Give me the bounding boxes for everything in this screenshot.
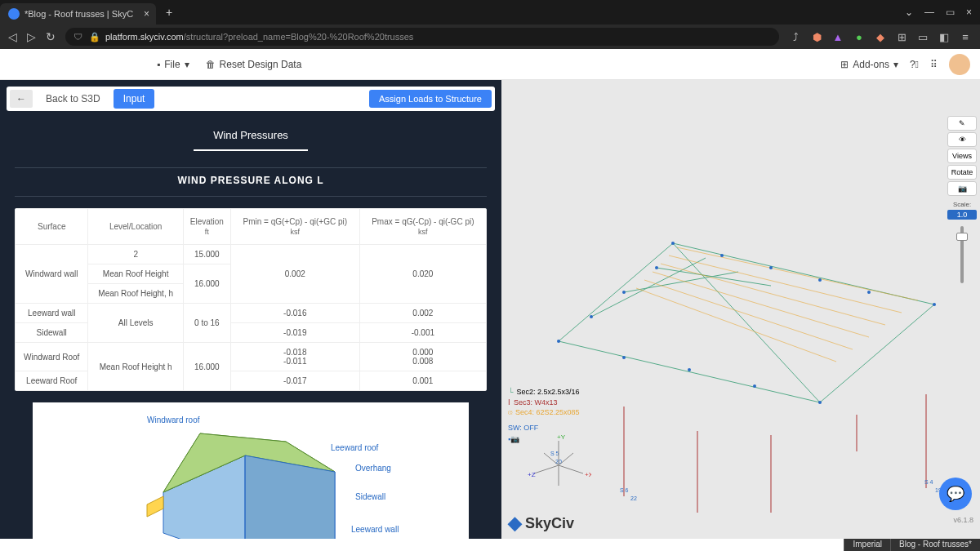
back-to-s3d-link[interactable]: Back to S3D	[39, 90, 107, 108]
maximize-icon[interactable]: ▭	[946, 7, 955, 18]
svg-point-32	[818, 278, 822, 282]
pencil-icon[interactable]: ✎	[947, 116, 977, 131]
svg-line-11	[591, 258, 706, 317]
close-window-icon[interactable]: ×	[966, 7, 972, 18]
ext-icon-3[interactable]: ●	[853, 31, 866, 43]
axis-gizmo[interactable]: +X +Y +Z	[526, 433, 591, 498]
table-row: Leeward wall All Levels 0 to 16 -0.016 0…	[16, 304, 487, 323]
svg-text:+X: +X	[585, 471, 591, 478]
back-icon[interactable]: ◁	[8, 30, 17, 43]
svg-line-16	[661, 264, 885, 325]
svg-line-52	[559, 453, 573, 465]
svg-line-9	[820, 304, 934, 402]
reload-icon[interactable]: ↻	[46, 30, 56, 43]
svg-line-19	[636, 288, 836, 362]
forward-icon[interactable]: ▷	[27, 30, 36, 43]
avatar[interactable]	[949, 54, 970, 75]
url-input[interactable]: 🛡 🔒 platform.skyciv.com/structural?prelo…	[65, 28, 779, 46]
svg-point-28	[655, 266, 658, 269]
svg-line-10	[673, 243, 820, 402]
rotate-button[interactable]: Rotate	[947, 165, 977, 180]
chevron-down-icon[interactable]: ⌄	[905, 7, 913, 18]
back-button[interactable]: ←	[10, 90, 33, 108]
svg-point-25	[557, 340, 560, 343]
svg-line-53	[544, 453, 559, 465]
units-indicator[interactable]: Imperial	[844, 539, 890, 551]
panel-tab-title: Wind Pressures	[0, 118, 501, 149]
eye-icon[interactable]: 👁	[947, 132, 977, 147]
svg-line-50	[534, 465, 559, 473]
camera-icon[interactable]: 📷	[947, 181, 977, 196]
table-row: Windward Roof Mean Roof Height h 16.000 …	[16, 343, 487, 371]
favicon	[8, 8, 20, 20]
browser-tab-bar: *Blog - Roof trusses | SkyC × + ⌄ — ▭ ×	[0, 0, 980, 24]
shield-icon: 🛡	[74, 32, 82, 42]
file-name[interactable]: Blog - Roof trusses*	[890, 539, 980, 551]
skyciv-logo: ◆SkyCiv	[508, 513, 574, 534]
share-icon[interactable]: ⤴	[789, 31, 802, 43]
svg-point-30	[720, 254, 724, 257]
svg-marker-5	[147, 496, 163, 517]
input-button[interactable]: Input	[114, 89, 155, 109]
svg-line-18	[644, 280, 853, 349]
close-icon[interactable]: ×	[144, 8, 149, 20]
svg-point-26	[590, 315, 593, 318]
svg-point-31	[769, 266, 773, 269]
tab-title: *Blog - Roof trusses | SkyC	[24, 9, 133, 19]
svg-point-34	[933, 303, 936, 306]
svg-text:22: 22	[630, 495, 637, 501]
svg-point-29	[671, 242, 675, 245]
left-panel: ← Back to S3D Input Assign Loads to Stru…	[0, 80, 501, 539]
svg-text:S 4: S 4	[924, 479, 933, 485]
svg-point-37	[688, 368, 691, 371]
assign-loads-button[interactable]: Assign Loads to Structure	[369, 90, 492, 108]
svg-line-49	[559, 465, 583, 473]
file-menu[interactable]: ▪ File ▾	[157, 59, 189, 70]
scale-slider[interactable]	[960, 226, 964, 283]
apps-icon[interactable]: ⠿	[930, 59, 938, 70]
browser-tab[interactable]: *Blog - Roof trusses | SkyC ×	[0, 3, 156, 24]
version-label: v6.1.8	[953, 516, 973, 524]
svg-point-33	[867, 291, 871, 294]
views-button[interactable]: Views	[947, 149, 977, 163]
sidebar-icon[interactable]: ◧	[938, 31, 951, 43]
svg-text:S 6: S 6	[620, 487, 629, 493]
svg-line-8	[559, 341, 820, 402]
svg-point-35	[818, 401, 822, 404]
house-diagram: Windward roof Leeward roof Overhang Side…	[33, 402, 469, 539]
svg-line-14	[677, 247, 918, 300]
ext-icon-4[interactable]: ◆	[874, 31, 887, 43]
table-row: Windward wall 2 15.000 0.002 0.020	[16, 245, 487, 264]
section-title: WIND PRESSURE ALONG L	[0, 168, 501, 196]
svg-point-36	[753, 384, 756, 388]
svg-line-6	[559, 243, 673, 341]
address-bar: ◁ ▷ ↻ 🛡 🔒 platform.skyciv.com/structural…	[0, 24, 980, 49]
reset-button[interactable]: 🗑 Reset Design Data	[206, 59, 302, 70]
ext-icon-6[interactable]: ▭	[916, 31, 929, 43]
scale-value: 1.0	[947, 210, 977, 220]
viewport-tools: ✎ 👁 Views Rotate 📷 Scale: 1.0	[947, 116, 977, 288]
svg-point-38	[622, 356, 626, 359]
ext-icon-5[interactable]: ⊞	[895, 31, 908, 43]
app-toolbar: ▪ File ▾ 🗑 Reset Design Data ⊞ Add-ons ▾…	[0, 49, 980, 80]
table-row: Sidewall -0.019 -0.001	[16, 323, 487, 343]
svg-line-15	[669, 256, 902, 313]
ext-icon-1[interactable]: ⬢	[810, 31, 823, 43]
new-tab-button[interactable]: +	[163, 2, 176, 22]
addons-menu[interactable]: ⊞ Add-ons ▾	[840, 59, 898, 70]
help-icon[interactable]: ?⃝	[910, 59, 919, 70]
status-bar: Imperial Blog - Roof trusses*	[844, 539, 980, 551]
menu-icon[interactable]: ≡	[959, 31, 972, 43]
wind-pressure-table: Surface Level/Location Elevationft Pmin …	[15, 208, 487, 391]
lock-icon: 🔒	[89, 32, 100, 42]
table-row: Leeward Roof -0.017 0.001	[16, 371, 487, 391]
minimize-icon[interactable]: —	[924, 7, 934, 18]
svg-point-27	[622, 291, 626, 294]
chat-button[interactable]: 💬	[939, 478, 972, 510]
svg-text:+Y: +Y	[557, 433, 566, 441]
svg-text:+Z: +Z	[528, 471, 536, 478]
ext-icon-2[interactable]: ▲	[831, 31, 844, 43]
svg-line-12	[624, 272, 738, 292]
3d-viewport[interactable]: S 520 S 622 S 724 S 826 S 419 └ Sec2: 2.…	[501, 80, 980, 539]
scale-label: Scale:	[947, 201, 977, 208]
